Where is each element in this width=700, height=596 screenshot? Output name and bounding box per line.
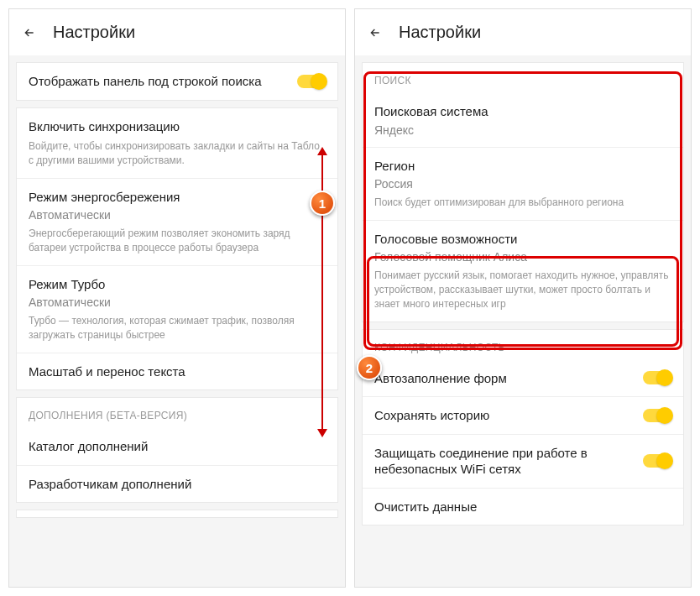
- label: Масштаб и перенос текста: [29, 363, 326, 380]
- row-show-panel[interactable]: Отображать панель под строкой поиска: [17, 63, 337, 100]
- row-history[interactable]: Сохранять историю: [363, 397, 683, 435]
- label: Защищать соединение при работе в небезоп…: [374, 445, 643, 478]
- row-turbo[interactable]: Режим Турбо Автоматически Турбо — технол…: [17, 266, 337, 353]
- label: Поисковая система: [374, 103, 671, 120]
- row-autofill[interactable]: Автозаполнение форм: [363, 360, 683, 398]
- label: Сохранять историю: [374, 407, 643, 424]
- value: Автоматически: [29, 295, 326, 309]
- toggle-icon[interactable]: [643, 371, 671, 384]
- label: Очистить данные: [374, 499, 671, 515]
- label: Разработчикам дополнений: [29, 476, 326, 493]
- section-privacy: КОНФИДЕНЦИАЛЬНОСТЬ: [363, 330, 683, 360]
- row-sync[interactable]: Включить синхронизацию Войдите, чтобы си…: [17, 108, 337, 179]
- toggle-icon[interactable]: [297, 75, 326, 88]
- section-search: ПОИСК: [363, 63, 683, 93]
- row-region[interactable]: Регион Россия Поиск будет оптимизирован …: [363, 148, 683, 221]
- desc: Энергосберегающий режим позволяет эконом…: [29, 227, 326, 255]
- label: Голосовые возможности: [374, 231, 671, 248]
- row-developers[interactable]: Разработчикам дополнений: [17, 466, 337, 503]
- label: Каталог дополнений: [29, 438, 326, 455]
- screen-left: Настройки Отображать панель под строкой …: [8, 8, 346, 588]
- value: Яндекс: [374, 123, 671, 137]
- desc: Понимает русский язык, помогает находить…: [374, 269, 671, 311]
- label: Регион: [374, 158, 671, 175]
- header: Настройки: [9, 9, 345, 55]
- step-marker-2: 2: [357, 355, 382, 380]
- desc: Войдите, чтобы синхронизировать закладки…: [29, 139, 326, 168]
- header: Настройки: [355, 9, 691, 55]
- toggle-icon[interactable]: [643, 454, 671, 468]
- toggle-icon[interactable]: [643, 409, 671, 422]
- label: Отображать панель под строкой поиска: [29, 73, 297, 90]
- page-title: Настройки: [399, 23, 481, 42]
- content: Отображать панель под строкой поиска Вкл…: [9, 55, 345, 587]
- value: Голосовой помощник Алиса: [374, 250, 671, 264]
- back-icon[interactable]: [368, 26, 382, 39]
- section-addons: ДОПОЛНЕНИЯ (БЕТА-ВЕРСИЯ): [17, 398, 337, 428]
- row-catalog[interactable]: Каталог дополнений: [17, 428, 337, 466]
- row-wifi-protect[interactable]: Защищать соединение при работе в небезоп…: [363, 435, 683, 489]
- label: Автозаполнение форм: [374, 370, 643, 387]
- back-icon[interactable]: [23, 26, 36, 39]
- row-search-engine[interactable]: Поисковая система Яндекс: [363, 93, 683, 148]
- step-marker-1: 1: [310, 191, 335, 216]
- content: ПОИСК Поисковая система Яндекс Регион Ро…: [355, 55, 691, 587]
- label: Включить синхронизацию: [29, 118, 326, 135]
- label: Режим энергосбережения: [29, 189, 326, 206]
- label: Режим Турбо: [29, 276, 326, 293]
- value: Россия: [374, 177, 671, 191]
- desc: Турбо — технология, которая сжимает траф…: [29, 314, 326, 342]
- row-scale[interactable]: Масштаб и перенос текста: [17, 353, 337, 390]
- row-clear-data[interactable]: Очистить данные: [363, 489, 683, 525]
- row-power[interactable]: Режим энергосбережения Автоматически Эне…: [17, 179, 337, 266]
- row-voice[interactable]: Голосовые возможности Голосовой помощник…: [363, 221, 683, 322]
- value: Автоматически: [29, 208, 326, 222]
- page-title: Настройки: [53, 23, 135, 42]
- screen-right: Настройки ПОИСК Поисковая система Яндекс…: [354, 8, 692, 588]
- desc: Поиск будет оптимизирован для выбранного…: [374, 196, 671, 210]
